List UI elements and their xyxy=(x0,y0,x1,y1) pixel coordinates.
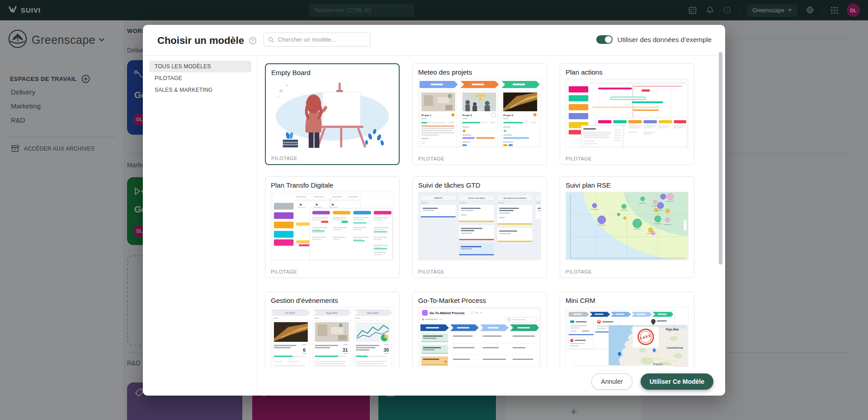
template-name: Mini CRM xyxy=(566,297,689,304)
category-all[interactable]: TOUS LES MODÈLES xyxy=(149,61,251,72)
gtd-thumbnail: INBOX Cette semaine xyxy=(418,192,541,260)
template-name: Plan Transfo Digitale xyxy=(271,181,394,189)
template-name: Suivi plan RSE xyxy=(566,181,689,189)
help-icon[interactable]: ? xyxy=(249,37,257,45)
template-grid: Empty Board xyxy=(258,56,725,367)
svg-text:Projet 1: Projet 1 xyxy=(421,114,431,117)
svg-text:Go-To-Market Process: Go-To-Market Process xyxy=(429,311,465,315)
template-categories: TOUS LES MODÈLES PILOTAGE SALES & MARKET… xyxy=(149,61,251,96)
template-category: PILOTAGE xyxy=(566,269,592,274)
svg-text:31: 31 xyxy=(343,347,348,353)
mini-crm-thumbnail: FAKE Pays-Bas Luxembourg France Suisse xyxy=(566,307,689,367)
template-name: Empty Board xyxy=(271,69,393,76)
svg-text:Luxembourg: Luxembourg xyxy=(667,346,683,349)
template-card-mini-crm[interactable]: Mini CRM xyxy=(560,292,694,367)
plan-actions-thumbnail xyxy=(566,79,689,147)
template-name: Meteo des projets xyxy=(418,68,541,76)
template-category: PILOTAGE xyxy=(418,156,444,161)
svg-text:Semaine prochaine: Semaine prochaine xyxy=(503,197,527,199)
template-category: PILOTAGE xyxy=(271,156,297,161)
svg-text:INBOX: INBOX xyxy=(434,197,442,199)
meteo-thumbnail: Projet 1 Projet 2 xyxy=(418,79,541,147)
template-card-meteo[interactable]: Meteo des projets Projet 1 xyxy=(412,63,547,165)
gtm-thumbnail: Go-To-Market Process xyxy=(418,307,541,367)
cancel-button[interactable]: Annuler xyxy=(591,373,632,390)
template-card-gtd[interactable]: Suivi de tâches GTD INBOX xyxy=(412,176,547,278)
template-search xyxy=(264,33,370,47)
template-category: PILOTAGE xyxy=(271,269,297,274)
template-card-rse[interactable]: Suivi plan RSE xyxy=(560,176,694,278)
svg-text:Projet 3: Projet 3 xyxy=(503,114,513,117)
rse-thumbnail xyxy=(566,192,689,260)
category-sales-marketing[interactable]: SALES & MARKETING xyxy=(149,84,251,96)
modal-scrollbar[interactable] xyxy=(719,52,722,264)
template-name: Plan actions xyxy=(566,68,689,76)
template-name: Suivi de tâches GTD xyxy=(418,181,541,189)
template-name: Gestion d'évènements xyxy=(271,297,394,304)
template-card-plan-actions[interactable]: Plan actions xyxy=(560,63,694,165)
template-search-input[interactable] xyxy=(277,36,366,43)
evenements-thumbnail: Jul 2022 6 xyxy=(271,307,394,367)
search-icon xyxy=(268,37,274,43)
template-category: PILOTAGE xyxy=(566,156,592,161)
svg-text:Pays-Bas: Pays-Bas xyxy=(666,328,679,331)
template-card-gtm[interactable]: Go-To-Market Process Go-To-Market Proces… xyxy=(412,292,547,367)
category-pilotage[interactable]: PILOTAGE xyxy=(149,72,251,84)
sample-data-toggle[interactable] xyxy=(596,35,613,44)
modal-title: Choisir un modèle xyxy=(157,35,244,47)
svg-text:Cette semaine: Cette semaine xyxy=(468,197,486,199)
svg-text:?: ? xyxy=(251,38,254,43)
sample-data-label: Utiliser des données d’exemple xyxy=(618,36,712,43)
template-card-evenements[interactable]: Gestion d'évènements Jul 2022 6 xyxy=(265,292,400,367)
template-name: Go-To-Market Process xyxy=(418,297,541,304)
svg-text:Jul 2022: Jul 2022 xyxy=(285,311,295,314)
empty-board-illustration xyxy=(271,79,393,148)
svg-text:Projet 2: Projet 2 xyxy=(462,114,472,117)
app-screen: SUIVI ? Greenscape D xyxy=(0,0,868,420)
svg-text:Aug 2022: Aug 2022 xyxy=(326,311,337,314)
svg-text:30: 30 xyxy=(383,347,389,353)
template-card-plan-transfo[interactable]: Plan Transfo Digitale xyxy=(265,176,400,278)
svg-text:6: 6 xyxy=(303,347,306,353)
svg-text:Sep 2022: Sep 2022 xyxy=(367,311,378,314)
plan-transfo-thumbnail xyxy=(271,192,394,260)
template-category: PILOTAGE xyxy=(418,269,444,274)
use-template-button[interactable]: Utiliser Ce Modèle xyxy=(641,373,713,390)
template-card-empty-board[interactable]: Empty Board xyxy=(265,63,400,165)
choose-template-modal: Choisir un modèle ? Utiliser des données… xyxy=(143,25,725,396)
